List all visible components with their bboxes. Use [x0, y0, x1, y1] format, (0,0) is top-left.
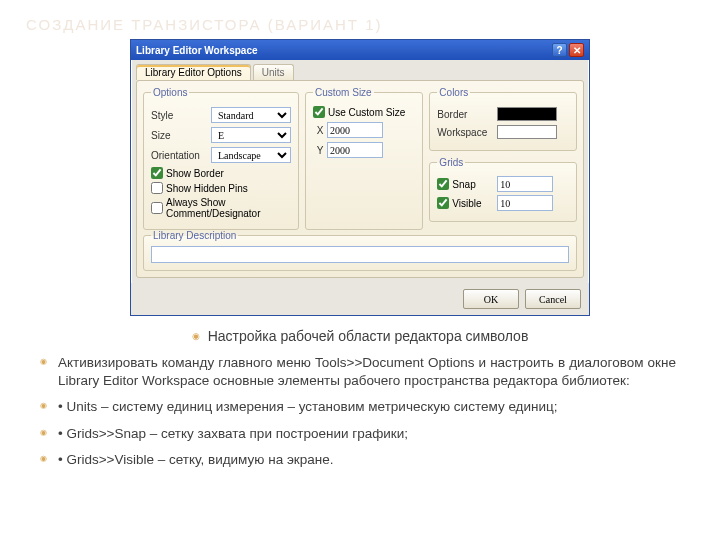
tab-bar: Library Editor Options Units	[131, 60, 589, 80]
colors-legend: Colors	[437, 87, 470, 98]
options-legend: Options	[151, 87, 189, 98]
close-button[interactable]: ✕	[569, 43, 584, 57]
show-hidden-pins-checkbox[interactable]	[151, 182, 163, 194]
page-heading: СОЗДАНИЕ ТРАНЗИСТОРА (ВАРИАНТ 1)	[0, 0, 720, 39]
lib-desc-legend: Library Description	[151, 230, 238, 241]
lib-desc-input[interactable]	[151, 246, 569, 263]
group-library-description: Library Description	[143, 230, 577, 271]
tab-units[interactable]: Units	[253, 64, 294, 80]
x-input[interactable]	[327, 122, 383, 138]
list-item: • Grids>>Snap – сетку захвата при постро…	[40, 425, 676, 443]
y-label: Y	[313, 145, 327, 156]
group-custom-size: Custom Size Use Custom Size X Y	[305, 87, 423, 230]
visible-checkbox[interactable]	[437, 197, 449, 209]
style-select[interactable]: Standard	[211, 107, 291, 123]
workspace-color-label: Workspace	[437, 127, 497, 138]
y-input[interactable]	[327, 142, 383, 158]
tab-panel: Options Style Standard Size E Orientatio…	[136, 80, 584, 278]
snap-label: Snap	[452, 179, 494, 190]
titlebar: Library Editor Workspace ? ✕	[131, 40, 589, 60]
always-show-checkbox[interactable]	[151, 202, 163, 214]
group-colors: Colors Border Workspace	[429, 87, 577, 151]
show-hidden-pins-label: Show Hidden Pins	[166, 183, 248, 194]
visible-input[interactable]	[497, 195, 553, 211]
dialog-buttons: OK Cancel	[131, 283, 589, 315]
bullet-list: Активизировать команду главного меню Too…	[0, 354, 720, 469]
workspace-color-swatch[interactable]	[497, 125, 557, 139]
border-color-swatch[interactable]	[497, 107, 557, 121]
size-select[interactable]: E	[211, 127, 291, 143]
window-title: Library Editor Workspace	[136, 45, 258, 56]
dialog-window: Library Editor Workspace ? ✕ Library Edi…	[130, 39, 590, 316]
help-button[interactable]: ?	[552, 43, 567, 57]
size-label: Size	[151, 130, 211, 141]
grids-legend: Grids	[437, 157, 465, 168]
use-custom-checkbox[interactable]	[313, 106, 325, 118]
custom-legend: Custom Size	[313, 87, 374, 98]
list-item: • Grids>>Visible – сетку, видимую на экр…	[40, 451, 676, 469]
caption-text: Настройка рабочей области редактора симв…	[0, 328, 720, 344]
always-show-label: Always Show Comment/Designator	[166, 197, 291, 219]
style-label: Style	[151, 110, 211, 121]
snap-input[interactable]	[497, 176, 553, 192]
show-border-label: Show Border	[166, 168, 224, 179]
use-custom-label: Use Custom Size	[328, 107, 405, 118]
group-options: Options Style Standard Size E Orientatio…	[143, 87, 299, 230]
orientation-label: Orientation	[151, 150, 211, 161]
x-label: X	[313, 125, 327, 136]
ok-button[interactable]: OK	[463, 289, 519, 309]
list-item: • Units – систему единиц измерения – уст…	[40, 398, 676, 416]
cancel-button[interactable]: Cancel	[525, 289, 581, 309]
snap-checkbox[interactable]	[437, 178, 449, 190]
list-item: Активизировать команду главного меню Too…	[40, 354, 676, 390]
orientation-select[interactable]: Landscape	[211, 147, 291, 163]
show-border-checkbox[interactable]	[151, 167, 163, 179]
tab-library-options[interactable]: Library Editor Options	[136, 64, 251, 80]
border-color-label: Border	[437, 109, 497, 120]
group-grids: Grids Snap Visible	[429, 157, 577, 222]
visible-label: Visible	[452, 198, 494, 209]
